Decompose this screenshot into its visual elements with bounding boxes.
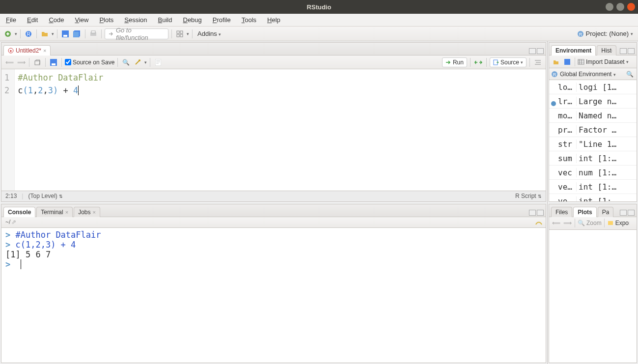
maximize-env-icon[interactable] xyxy=(628,48,635,54)
popout-icon[interactable] xyxy=(32,57,42,67)
env-row[interactable]: lo…logi [1… xyxy=(549,80,637,94)
env-row[interactable]: str"Line 1… xyxy=(549,137,637,151)
new-project-icon[interactable]: R xyxy=(24,29,33,39)
load-workspace-icon[interactable] xyxy=(551,57,561,67)
env-row[interactable]: ve…int [1:… xyxy=(549,180,637,194)
menu-help[interactable]: Help xyxy=(265,15,282,25)
close-jobs-icon[interactable]: × xyxy=(93,209,96,215)
open-icon[interactable] xyxy=(40,29,50,39)
outline-icon[interactable] xyxy=(533,57,543,67)
find-icon[interactable]: 🔍 xyxy=(121,57,131,67)
tab-console[interactable]: Console xyxy=(3,207,35,217)
menu-build[interactable]: Build xyxy=(156,15,174,25)
zoom-icon: 🔍 xyxy=(578,220,585,226)
env-row[interactable]: lr…Large n… xyxy=(549,94,637,109)
menu-tools[interactable]: Tools xyxy=(240,15,258,25)
minimize-pane-icon[interactable] xyxy=(529,48,536,54)
env-row[interactable]: sumint [1:… xyxy=(549,151,637,166)
save-icon[interactable] xyxy=(60,29,70,39)
addins-button[interactable]: Addins ▾ xyxy=(195,29,223,38)
env-row[interactable]: ve…int [1:… xyxy=(549,194,637,201)
close-button[interactable] xyxy=(627,3,635,11)
code-editor[interactable]: 12 #Author DataFlairc(1,2,3) + 4 xyxy=(1,69,546,191)
code-area[interactable]: #Author DataFlairc(1,2,3) + 4 xyxy=(15,69,546,191)
env-row[interactable]: pr…Factor … xyxy=(549,123,637,137)
env-row[interactable]: vecnum [1:… xyxy=(549,166,637,180)
menu-edit[interactable]: Edit xyxy=(25,15,40,25)
tab-files[interactable]: Files xyxy=(551,207,572,217)
print-icon[interactable] xyxy=(88,29,98,39)
console-output[interactable]: > #Author DataFlair> c(1,2,3) + 4[1] 5 6… xyxy=(1,228,546,363)
source-tab[interactable]: ● Untitled2* × xyxy=(3,45,51,56)
menu-view[interactable]: View xyxy=(73,15,90,25)
minimize-plots-icon[interactable] xyxy=(620,210,627,216)
svg-rect-17 xyxy=(35,61,40,65)
project-label-text: Project: (None) xyxy=(586,30,629,37)
wand-icon[interactable] xyxy=(133,57,142,67)
language-selector[interactable]: R Script ⇅ xyxy=(515,193,542,199)
plot-back-icon[interactable]: ⟸ xyxy=(551,218,561,228)
save-all-icon[interactable] xyxy=(72,29,82,39)
back-icon[interactable]: ⟸ xyxy=(4,57,14,67)
menu-file[interactable]: File xyxy=(4,15,18,25)
svg-rect-6 xyxy=(73,31,79,37)
minimize-env-icon[interactable] xyxy=(620,48,627,54)
menu-debug[interactable]: Debug xyxy=(181,15,204,25)
env-scope-selector[interactable]: Global Environment ▾ xyxy=(560,71,616,78)
env-row[interactable]: mo…Named n… xyxy=(549,109,637,123)
tab-packages[interactable]: Pa xyxy=(598,207,614,217)
menu-profile[interactable]: Profile xyxy=(211,15,233,25)
menu-plots[interactable]: Plots xyxy=(97,15,115,25)
main-toolbar: ▾ R ▾ Go to file/function ▾ Addins ▾ R P… xyxy=(0,27,638,41)
project-selector[interactable]: R Project: (None) ▾ xyxy=(575,30,635,37)
grid-caret[interactable]: ▾ xyxy=(187,31,189,36)
new-file-caret[interactable]: ▾ xyxy=(15,31,17,36)
export-button[interactable]: Export xyxy=(607,220,629,226)
env-tabbar: Environment History xyxy=(549,43,637,56)
wand-caret[interactable]: ▾ xyxy=(144,60,147,65)
workspace: ● Untitled2* × ⟸ ⟹ Source xyxy=(0,41,638,364)
tab-jobs[interactable]: Jobs × xyxy=(74,207,100,217)
plot-forward-icon[interactable]: ⟹ xyxy=(562,218,572,228)
goto-file-input[interactable]: Go to file/function xyxy=(105,28,168,39)
scope-selector[interactable]: (Top Level) ⇅ xyxy=(28,193,63,199)
clear-console-icon[interactable] xyxy=(535,219,543,225)
zoom-button[interactable]: 🔍 Zoom xyxy=(578,220,602,226)
forward-icon[interactable]: ⟹ xyxy=(16,57,26,67)
save-source-icon[interactable] xyxy=(49,57,58,67)
env-table[interactable]: lo…logi [1…lr…Large n…mo…Named n…pr…Fact… xyxy=(549,80,637,201)
console-path-bar: ~/ ⇗ xyxy=(1,217,546,228)
report-icon[interactable] xyxy=(153,57,163,67)
close-terminal-icon[interactable]: × xyxy=(65,209,68,215)
import-dataset-button[interactable]: Import Dataset ▾ xyxy=(578,58,629,65)
import-icon xyxy=(578,59,584,65)
source-button[interactable]: Source ▾ xyxy=(490,57,527,67)
save-workspace-icon[interactable] xyxy=(562,57,572,67)
maximize-button[interactable] xyxy=(616,3,624,11)
minimize-button[interactable] xyxy=(606,3,613,11)
maximize-plots-icon[interactable] xyxy=(628,210,635,216)
maximize-console-icon[interactable] xyxy=(537,210,544,216)
rerun-icon[interactable] xyxy=(473,57,483,67)
maximize-pane-icon[interactable] xyxy=(537,48,544,54)
tab-history[interactable]: History xyxy=(597,45,616,56)
env-search-icon[interactable]: 🔍 xyxy=(625,69,635,79)
open-caret[interactable]: ▾ xyxy=(52,31,54,36)
minimize-console-icon[interactable] xyxy=(529,210,536,216)
svg-rect-21 xyxy=(155,59,161,66)
tab-terminal[interactable]: Terminal × xyxy=(36,207,73,217)
tab-environment[interactable]: Environment xyxy=(551,45,596,56)
close-tab-icon[interactable]: × xyxy=(43,48,46,54)
console-path-arrow-icon[interactable]: ⇗ xyxy=(11,219,16,225)
grid-icon[interactable] xyxy=(175,29,185,39)
svg-rect-23 xyxy=(564,59,570,65)
left-column: ● Untitled2* × ⟸ ⟹ Source xyxy=(0,41,548,364)
run-button[interactable]: Run xyxy=(442,57,467,67)
svg-rect-9 xyxy=(177,31,179,33)
menu-code[interactable]: Code xyxy=(47,15,66,25)
menu-session[interactable]: Session xyxy=(122,15,149,25)
window-controls xyxy=(606,3,635,11)
tab-plots[interactable]: Plots xyxy=(573,207,596,217)
source-on-save-checkbox[interactable]: Source on Save xyxy=(65,59,114,66)
new-file-icon[interactable] xyxy=(3,29,13,39)
